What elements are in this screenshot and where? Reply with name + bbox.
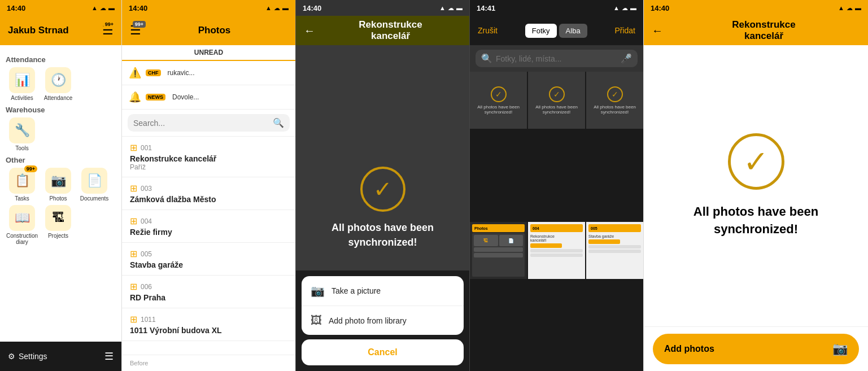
photo-list-item-0[interactable]: ⊞ 001 Rekonstrukce kancelář Paříž <box>122 137 295 177</box>
activities-item[interactable]: 📊 Activities <box>6 67 38 101</box>
unread-tab[interactable]: UNREAD <box>122 45 295 61</box>
photo-item-title-3: Stavba garáže <box>130 260 287 269</box>
sync-text-3: All photos have beensynchronized! <box>332 221 434 249</box>
panel5-title: Rekonstrukcekancelář <box>668 19 860 42</box>
projects-icon-box: 🏗 <box>45 205 71 231</box>
search-input[interactable] <box>133 119 269 128</box>
add-photos-button[interactable]: Add photos 📷 <box>653 334 859 364</box>
wifi-icon: ☁ <box>100 5 106 12</box>
panel1-content: Attendance 📊 Activities 🕐 Attendance War… <box>0 45 121 342</box>
notif-badge-2: NEWS <box>146 94 165 101</box>
photo-list-item-2[interactable]: ⊞ 004 Režie firmy <box>122 210 295 243</box>
section-attendance: Attendance <box>6 55 116 64</box>
grid-icon-1: ⊞ <box>130 183 137 194</box>
tools-item[interactable]: 🔧 Tools <box>6 117 38 151</box>
tools-label: Tools <box>15 145 28 151</box>
tasks-item[interactable]: 📋 99+ Tasks <box>6 168 38 202</box>
battery-icon-4: ▬ <box>630 5 636 11</box>
documents-item[interactable]: 📄 Documents <box>78 168 111 202</box>
warehouse-grid: 🔧 Tools <box>6 117 116 151</box>
p4-grid-item-0[interactable]: ✓ All photos have been synchronized! <box>470 72 527 129</box>
mini-sync-icon-2: ✓ <box>607 86 623 102</box>
search-icon[interactable]: 🔍 <box>273 117 284 128</box>
add-photo-label: Add photo from library <box>329 316 407 325</box>
p4-grid-item-1[interactable]: ✓ All photos have been synchronized! <box>528 72 585 129</box>
add-photo-item[interactable]: 🖼 Add photo from library <box>302 306 464 335</box>
p4-add-button[interactable]: Přidat <box>614 26 635 35</box>
take-picture-item[interactable]: 📷 Take a picture <box>302 276 464 306</box>
sync-success-icon: ✓ <box>360 167 405 212</box>
activities-label: Activities <box>11 95 33 101</box>
p4-search-input[interactable] <box>496 54 617 63</box>
settings-button[interactable]: ⚙ Settings <box>8 352 99 361</box>
list-view-icon[interactable]: ☰ <box>104 350 114 363</box>
status-time-2: 14:40 <box>129 4 147 12</box>
back-button-5[interactable]: ← <box>652 24 663 37</box>
search-bar: 🔍 <box>122 110 295 137</box>
menu-button[interactable]: ☰ 99+ <box>102 23 114 38</box>
grid-icon-3: ⊞ <box>130 248 137 259</box>
add-photos-camera-icon: 📷 <box>832 342 848 356</box>
tools-icon: 🔧 <box>15 123 30 138</box>
wifi-icon-3: ☁ <box>448 5 454 12</box>
wifi-icon-5: ☁ <box>847 5 853 12</box>
before-text: Before <box>122 355 295 371</box>
cancel-button[interactable]: Cancel <box>302 339 464 365</box>
photo-item-num-0: ⊞ 001 <box>130 142 287 153</box>
p4-grid-item-5[interactable]: 005 Stavba garáže <box>586 222 643 279</box>
attendance-item[interactable]: 🕐 Attendance <box>42 67 75 101</box>
mini-sync-icon-0: ✓ <box>491 86 507 102</box>
tasks-label: Tasks <box>15 195 29 202</box>
tasks-badge: 99+ <box>24 165 37 172</box>
photos-item[interactable]: 📷 Photos <box>42 168 75 202</box>
signal-icon: ▲ <box>91 5 98 11</box>
status-bar-4: 14:41 ▲ ☁ ▬ <box>470 0 643 16</box>
mic-icon[interactable]: 🎤 <box>621 53 632 64</box>
photo-list-item-5[interactable]: ⊞ 1011 1011 Výrobní budova XL <box>122 308 295 341</box>
warning-icon: ⚠️ <box>129 67 141 79</box>
panel2-menu-button[interactable]: ☰ 99+ <box>130 23 141 38</box>
panel1-header: Jakub Strnad ☰ 99+ <box>0 16 121 45</box>
panel2-title: Photos <box>141 25 287 36</box>
status-icons-2: ▲ ☁ ▬ <box>265 5 289 12</box>
projects-icon: 🏗 <box>52 211 64 225</box>
notif-text-1: rukavic... <box>168 69 195 77</box>
p4-tabs: Fotky Alba <box>525 24 587 38</box>
photos-label: Photos <box>49 195 67 202</box>
notif-item-2[interactable]: 🔔 NEWS Dovole... <box>122 85 295 110</box>
p4-cancel-button[interactable]: Zrušit <box>478 26 498 35</box>
back-button-3[interactable]: ← <box>304 24 315 37</box>
notif-item-1[interactable]: ⚠️ CHF rukavic... <box>122 61 295 85</box>
wifi-icon-4: ☁ <box>622 5 628 12</box>
battery-icon: ▬ <box>108 5 115 11</box>
photo-list-item-4[interactable]: ⊞ 006 RD Praha <box>122 276 295 308</box>
tasks-icon: 📋 <box>15 173 30 188</box>
status-time-5: 14:40 <box>651 4 669 12</box>
p4-grid-item-2[interactable]: ✓ All photos have been synchronized! <box>586 72 643 129</box>
status-icons-3: ▲ ☁ ▬ <box>439 5 463 12</box>
library-icon: 🖼 <box>311 314 322 327</box>
p4-grid-item-3[interactable]: Photos 🏗 📄 <box>470 222 527 279</box>
panel4-header: Zrušit Fotky Alba Přidat <box>470 16 643 45</box>
settings-icon: ⚙ <box>8 352 15 361</box>
p4-tab-alba[interactable]: Alba <box>559 24 587 38</box>
projects-item[interactable]: 🏗 Projects <box>42 205 75 245</box>
battery-icon-3: ▬ <box>456 5 463 11</box>
photo-list-item-3[interactable]: ⊞ 005 Stavba garáže <box>122 243 295 276</box>
activities-icon: 📊 <box>15 73 30 88</box>
photo-item-title-2: Režie firmy <box>130 228 287 237</box>
photo-item-title-5: 1011 Výrobní budova XL <box>130 326 287 335</box>
photo-item-num-4: ⊞ 006 <box>130 281 287 292</box>
section-other: Other <box>6 156 116 164</box>
phone-panel-3: 14:40 ▲ ☁ ▬ ← Rekonstrukcekancelář ✓ All… <box>295 0 469 371</box>
documents-label: Documents <box>80 195 109 202</box>
construction-diary-item[interactable]: 📖 Construction diary <box>6 205 38 245</box>
attendance-grid: 📊 Activities 🕐 Attendance <box>6 67 116 101</box>
p4-tab-fotky[interactable]: Fotky <box>525 24 557 38</box>
camera-action-icon: 📷 <box>311 284 325 298</box>
construction-diary-icon-box: 📖 <box>9 205 35 231</box>
photo-item-num-1: ⊞ 003 <box>130 183 287 194</box>
photo-list-item-1[interactable]: ⊞ 003 Zámková dlažba Město <box>122 177 295 210</box>
p4-grid-item-4[interactable]: 004 Rekonstrukcekanceláří <box>528 222 585 279</box>
bell-icon: 🔔 <box>129 91 141 103</box>
